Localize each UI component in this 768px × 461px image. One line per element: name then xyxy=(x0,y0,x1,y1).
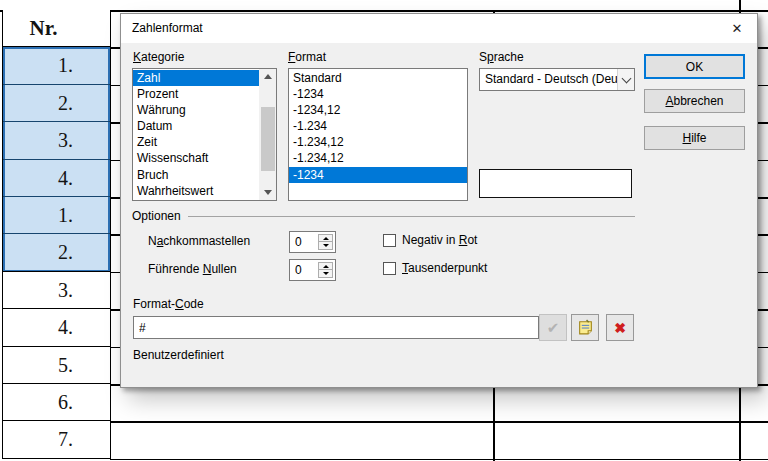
category-list-item[interactable]: Wahrheitswert xyxy=(133,183,259,199)
sheet-cell[interactable]: 7. xyxy=(3,421,110,458)
language-dropdown[interactable]: Standard - Deutsch (Deut xyxy=(479,68,635,91)
format-code-input[interactable] xyxy=(133,316,539,339)
sheet-cell-selected[interactable]: 2. xyxy=(3,234,110,271)
apply-format-button: ✔ xyxy=(539,314,567,341)
thousands-sep-label: Tausenderpunkt xyxy=(402,261,487,275)
category-list-item[interactable]: Währung xyxy=(133,102,259,118)
format-list-item[interactable]: -1234,12 xyxy=(289,102,467,118)
sheet-cell-selected[interactable]: 3. xyxy=(3,122,110,159)
category-label: Kategorie xyxy=(133,50,184,64)
format-list-item[interactable]: -1234 xyxy=(289,86,467,102)
category-list-item[interactable]: Bruch xyxy=(133,167,259,183)
scroll-up-icon[interactable] xyxy=(259,69,276,84)
sheet-cell-selected[interactable]: 2. xyxy=(3,85,110,122)
category-scrollbar[interactable] xyxy=(259,69,276,200)
number-format-dialog: Zahlenformat ✕ Kategorie Format Sprache … xyxy=(120,13,758,388)
category-list-item[interactable]: Prozent xyxy=(133,86,259,102)
format-listbox[interactable]: Standard-1234-1234,12-1.234-1.234,12-1.2… xyxy=(288,68,468,201)
chevron-down-icon[interactable] xyxy=(617,69,634,90)
dialog-titlebar[interactable]: Zahlenformat ✕ xyxy=(121,14,757,43)
spin-up-icon[interactable] xyxy=(318,262,333,270)
language-label: Sprache xyxy=(479,50,524,64)
category-list-item[interactable]: Zeit xyxy=(133,134,259,150)
spin-down-icon[interactable] xyxy=(318,270,333,278)
grid-line xyxy=(110,459,768,461)
help-button[interactable]: Hilfe xyxy=(644,126,745,150)
sheet-column-nr: Nr. 1.2.3.4.1.2. 3.4.5.6.7. xyxy=(2,10,111,459)
format-list-item[interactable]: -1.234,12 xyxy=(289,134,467,150)
sheet-header-cell[interactable]: Nr. xyxy=(2,10,111,47)
negative-red-checkbox-row[interactable]: Negativ in Rot xyxy=(383,233,477,247)
category-list-item[interactable]: Wissenschaft xyxy=(133,150,259,166)
ok-button[interactable]: OK xyxy=(644,54,745,79)
format-preview-box xyxy=(479,169,632,198)
sheet-cell[interactable]: 4. xyxy=(3,309,110,346)
sheet-cell-selected[interactable]: 4. xyxy=(3,160,110,197)
edit-comment-button[interactable] xyxy=(571,314,599,341)
delete-format-button[interactable]: ✖ xyxy=(606,314,634,341)
spin-up-icon[interactable] xyxy=(318,234,333,242)
leading-zeros-spinner[interactable] xyxy=(289,259,336,281)
category-list-item[interactable]: Datum xyxy=(133,118,259,134)
delete-x-icon: ✖ xyxy=(614,321,626,335)
negative-red-checkbox[interactable] xyxy=(383,234,396,247)
decimals-label: Nachkommastellen xyxy=(148,234,250,248)
category-listbox[interactable]: ZahlProzentWährungDatumZeitWissenschaftB… xyxy=(132,68,277,201)
sheet-cell[interactable]: 5. xyxy=(3,347,110,384)
sheet-rows: 3.4.5.6.7. xyxy=(2,272,111,459)
sheet-cell[interactable]: 6. xyxy=(3,384,110,421)
checkmark-icon: ✔ xyxy=(547,320,560,335)
screen: Nr. 1.2.3.4.1.2. 3.4.5.6.7. Zahlenformat… xyxy=(0,0,768,461)
decimals-spinner[interactable] xyxy=(289,231,336,253)
grid-line xyxy=(0,10,768,12)
negative-red-label: Negativ in Rot xyxy=(402,233,477,247)
format-list-item[interactable]: -1.234 xyxy=(289,118,467,134)
format-list-item[interactable]: -1.234,12 xyxy=(289,150,467,166)
scrollbar-thumb[interactable] xyxy=(261,107,275,171)
options-group-label: Optionen xyxy=(132,209,181,223)
leading-zeros-label: Führende Nullen xyxy=(148,262,237,276)
grid-line xyxy=(110,421,768,423)
sheet-selected-range[interactable]: 1.2.3.4.1.2. xyxy=(2,47,111,271)
format-list-item[interactable]: -1234 xyxy=(289,167,467,183)
dialog-title: Zahlenformat xyxy=(132,21,203,35)
thousands-sep-checkbox[interactable] xyxy=(383,262,396,275)
sheet-cell-selected[interactable]: 1. xyxy=(3,197,110,234)
group-separator-line xyxy=(188,216,635,217)
category-list-item[interactable]: Zahl xyxy=(133,70,259,86)
format-list-item[interactable]: Standard xyxy=(289,70,467,86)
format-code-label: Format-Code xyxy=(133,297,204,311)
sheet-cell[interactable]: 3. xyxy=(3,272,110,309)
thousands-sep-checkbox-row[interactable]: Tausenderpunkt xyxy=(383,261,487,275)
language-value: Standard - Deutsch (Deut xyxy=(485,72,621,86)
format-label: Format xyxy=(288,50,326,64)
format-code-status: Benutzerdefiniert xyxy=(133,348,224,362)
cancel-button[interactable]: Abbrechen xyxy=(644,89,745,113)
spin-down-icon[interactable] xyxy=(318,242,333,250)
close-icon[interactable]: ✕ xyxy=(721,14,753,43)
scroll-down-icon[interactable] xyxy=(259,185,276,200)
decimals-input[interactable] xyxy=(290,232,318,252)
edit-comment-icon xyxy=(577,319,594,336)
options-group-header: Optionen xyxy=(132,209,635,223)
sheet-cell-selected[interactable]: 1. xyxy=(3,47,110,84)
leading-zeros-input[interactable] xyxy=(290,260,318,280)
